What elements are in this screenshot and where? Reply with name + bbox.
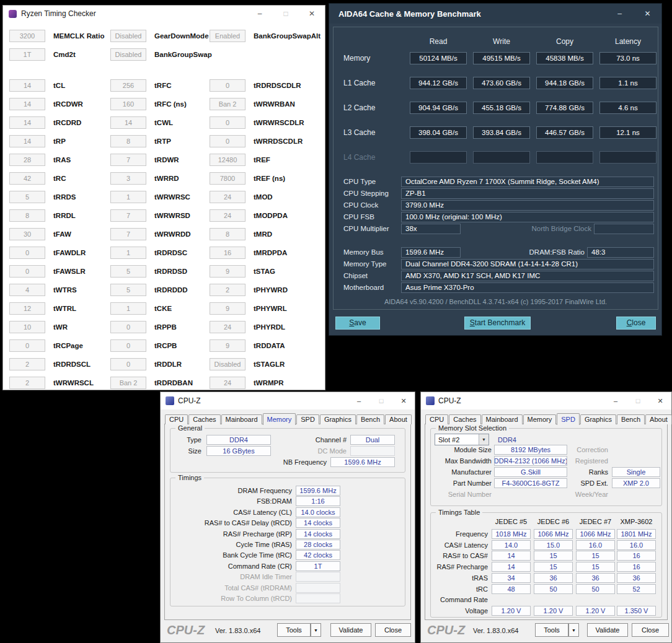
timing-value-field[interactable]: 1 <box>110 191 146 203</box>
cpu-multiplier-field[interactable]: 38x <box>401 224 461 234</box>
bench-value-field[interactable]: 944.12 GB/s <box>410 77 467 89</box>
tab-graphics[interactable]: Graphics <box>580 414 616 424</box>
timing-value-field[interactable]: 1:16 <box>296 496 340 506</box>
tab-about[interactable]: About <box>385 414 412 424</box>
nb-frequency-field[interactable]: 1599.6 MHz <box>330 457 395 467</box>
spd-value-field[interactable]: Single <box>612 467 660 477</box>
minimize-icon[interactable]: – <box>348 392 370 409</box>
dc-mode-field[interactable] <box>350 446 395 456</box>
table-value-field[interactable]: 36 <box>576 573 615 583</box>
timing-value-field[interactable] <box>296 572 340 582</box>
slot-select[interactable]: Slot #2 ▼ <box>435 434 489 445</box>
bench-value-field[interactable]: 473.60 GB/s <box>473 77 530 89</box>
timing-value-field[interactable]: 14 clocks <box>296 518 340 528</box>
timing-value-field[interactable]: 7 <box>110 209 146 222</box>
table-value-field[interactable]: 16.0 <box>576 540 615 550</box>
titlebar[interactable]: AIDA64 Cache & Memory Benchmark – ✕ <box>329 4 661 24</box>
table-value-field[interactable]: 36 <box>617 573 656 583</box>
timing-value-field[interactable]: 28 clocks <box>296 540 340 549</box>
timing-value-field[interactable]: 14 clocks <box>296 529 340 539</box>
maximize-icon[interactable]: □ <box>627 392 649 409</box>
timing-value-field[interactable]: 0 <box>110 358 146 370</box>
spd-value-field[interactable]: 8192 MBytes <box>494 445 567 455</box>
timing-value-field[interactable]: Disabled <box>210 358 245 370</box>
info-value-field[interactable]: AMD X370, AMD K17 SCH, AMD K17 IMC <box>401 271 654 281</box>
timing-value-field[interactable]: Ban 2 <box>110 377 146 389</box>
timing-value-field[interactable]: 4 <box>9 284 45 296</box>
timing-value-field[interactable]: 28 <box>9 154 45 166</box>
info-value-field[interactable]: ZP-B1 <box>401 188 654 199</box>
timing-value-field[interactable]: 5 <box>9 191 45 203</box>
table-value-field[interactable]: 1.20 V <box>576 606 615 616</box>
minimize-icon[interactable]: – <box>247 6 273 22</box>
bench-value-field[interactable]: 455.18 GB/s <box>473 102 530 114</box>
validate-button[interactable]: Validate <box>587 623 628 637</box>
north-bridge-clock-field[interactable] <box>594 224 654 234</box>
timing-value-field[interactable]: 12480 <box>210 154 245 166</box>
size-field[interactable]: 16 GBytes <box>206 446 271 456</box>
save-button[interactable]: Save <box>335 317 380 330</box>
table-value-field[interactable]: 15 <box>534 562 573 572</box>
info-value-field[interactable]: Dual Channel DDR4-3200 SDRAM (14-14-14-2… <box>401 259 654 269</box>
dram-fsb-ratio-field[interactable]: 48:3 <box>587 247 654 258</box>
bench-value-field[interactable]: 1.1 ns <box>599 77 657 89</box>
timing-value-field[interactable]: 9 <box>210 339 245 352</box>
timing-value-field[interactable]: 2 <box>210 284 245 296</box>
table-value-field[interactable]: 16 <box>617 551 656 561</box>
tab-about[interactable]: About <box>645 414 672 424</box>
table-value-field[interactable]: 14 <box>492 551 531 561</box>
table-value-field[interactable]: 1.20 V <box>534 606 573 616</box>
info-value-field[interactable]: Asus Prime X370-Pro <box>401 282 654 293</box>
spd-value-field[interactable]: F4-3600C16-8GTZ <box>494 478 567 488</box>
titlebar[interactable]: Ryzen Timing Checker – □ ✕ <box>3 6 325 22</box>
timing-value-field[interactable]: 8 <box>110 135 146 147</box>
timing-value-field[interactable]: 14.0 clocks <box>296 507 340 517</box>
table-value-field[interactable]: 1.350 V <box>617 606 656 616</box>
timing-value-field[interactable]: 160 <box>110 98 146 110</box>
table-value-field[interactable]: 15.0 <box>534 540 573 550</box>
timing-value-field[interactable]: 1T <box>9 48 45 61</box>
timing-value-field[interactable]: 0 <box>9 339 45 352</box>
timing-value-field[interactable]: 0 <box>110 321 146 333</box>
spd-value-field[interactable]: DDR4-2132 (1066 MHz) <box>494 456 567 466</box>
info-value-field[interactable]: 100.0 MHz (original: 100 MHz) <box>401 212 654 222</box>
tab-cpu[interactable]: CPU <box>425 414 448 424</box>
timing-value-field[interactable]: 7 <box>110 228 146 240</box>
bench-value-field[interactable]: 73.0 ns <box>599 52 657 64</box>
bench-value-field[interactable] <box>536 151 593 164</box>
timing-value-field[interactable]: 7 <box>110 154 146 166</box>
timing-value-field[interactable]: 9 <box>210 302 245 315</box>
timing-value-field[interactable]: 42 clocks <box>296 550 340 560</box>
timing-value-field[interactable]: 14 <box>9 116 45 129</box>
validate-button[interactable]: Validate <box>330 623 371 637</box>
timing-value-field[interactable]: 42 <box>9 172 45 185</box>
tab-caches[interactable]: Caches <box>188 414 220 424</box>
timing-value-field[interactable]: 0 <box>210 116 245 129</box>
timing-value-field[interactable]: 24 <box>210 321 245 333</box>
tab-cpu[interactable]: CPU <box>165 414 188 424</box>
timing-value-field[interactable]: 0 <box>9 247 45 259</box>
timing-value-field[interactable]: 14 <box>9 135 45 147</box>
table-value-field[interactable]: 15 <box>576 551 615 561</box>
table-value-field[interactable]: 34 <box>492 573 531 583</box>
tab-bench[interactable]: Bench <box>617 414 645 424</box>
bench-value-field[interactable]: 45838 MB/s <box>536 52 593 64</box>
tab-mainboard[interactable]: Mainboard <box>221 414 262 424</box>
timing-value-field[interactable]: Enabled <box>210 30 245 42</box>
table-value-field[interactable]: 1066 MHz <box>534 529 573 539</box>
timing-value-field[interactable]: 24 <box>210 209 245 222</box>
titlebar[interactable]: CPU-Z – □ ✕ <box>161 392 415 409</box>
tab-spd[interactable]: SPD <box>557 413 580 425</box>
table-value-field[interactable]: 15 <box>534 551 573 561</box>
minimize-icon[interactable]: – <box>604 392 627 409</box>
table-value-field[interactable]: 36 <box>534 573 573 583</box>
table-value-field[interactable]: 50 <box>576 584 615 594</box>
timing-value-field[interactable]: 5 <box>110 284 146 296</box>
spd-value-field[interactable]: G.Skill <box>494 467 567 477</box>
timing-value-field[interactable]: 1 <box>110 247 146 259</box>
table-value-field[interactable]: 16.0 <box>617 540 656 550</box>
timing-value-field[interactable] <box>296 583 340 593</box>
memory-bus-field[interactable]: 1599.6 MHz <box>401 247 461 258</box>
bench-value-field[interactable]: 398.04 GB/s <box>410 126 467 139</box>
timing-value-field[interactable]: 0 <box>210 79 245 92</box>
